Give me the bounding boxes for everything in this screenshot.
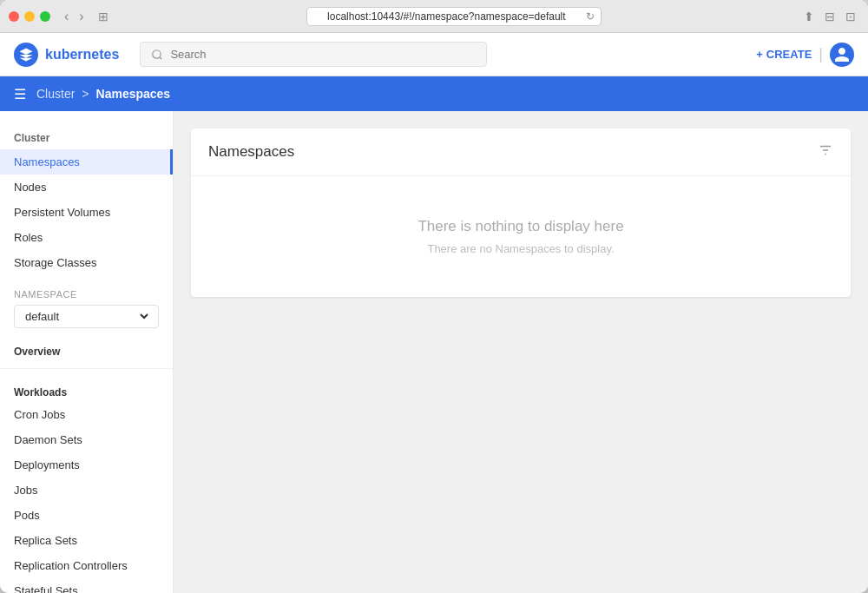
breadcrumb: Cluster > Namespaces [36,87,170,101]
main-layout: Cluster NamespacesNodesPersistent Volume… [0,111,868,593]
tab-overview-button[interactable]: ⊞ [98,10,108,23]
header-actions: + CREATE | [756,43,854,67]
browser-window: ‹ › ⊞ ↻ ⬆ ⊟ ⊡ kubernetes [0,0,868,593]
content-area: Namespaces There is nothing to display h… [174,111,868,593]
sidebar-item-daemon-sets[interactable]: Daemon Sets [0,427,173,452]
app-header: kubernetes + CREATE | [0,33,868,76]
tab-button[interactable]: ⊟ [821,10,838,23]
svg-point-0 [153,49,161,57]
app-logo: kubernetes [14,43,119,67]
create-label: CREATE [766,48,812,61]
traffic-lights [9,11,50,22]
refresh-icon[interactable]: ↻ [586,10,595,23]
filter-icon[interactable] [818,142,833,161]
sidebar-item-persistent-volumes[interactable]: Persistent Volumes [0,200,173,225]
create-button[interactable]: + CREATE [756,48,812,61]
namespace-section: Namespace default [0,275,173,335]
url-input[interactable] [306,7,602,26]
breadcrumb-separator-icon: > [82,87,89,101]
header-divider: | [819,45,823,63]
user-avatar[interactable] [830,43,854,67]
workloads-nav-items: Cron JobsDaemon SetsDeploymentsJobsPodsR… [0,402,173,593]
sidebar-item-deployments[interactable]: Deployments [0,452,173,478]
cluster-nav-items: NamespacesNodesPersistent VolumesRolesSt… [0,149,173,275]
sidebar-item-namespaces[interactable]: Namespaces [0,149,173,175]
sidebar-item-storage-classes[interactable]: Storage Classes [0,250,173,275]
sidebar-divider-1 [0,368,173,369]
plus-icon: + [756,48,763,61]
back-button[interactable]: ‹ [61,10,72,23]
breadcrumb-parent[interactable]: Cluster [36,87,75,101]
cluster-section-title: Cluster [0,125,173,149]
forward-button[interactable]: › [76,10,87,23]
search-input[interactable] [170,48,476,61]
address-bar-wrap: ↻ [306,7,602,26]
hamburger-icon[interactable]: ☰ [14,86,26,102]
sidebar-item-stateful-sets[interactable]: Stateful Sets [0,578,173,593]
search-bar[interactable] [140,42,487,67]
card-header: Namespaces [191,128,851,176]
nav-buttons: ‹ › [61,10,88,23]
sidebar-item-cron-jobs[interactable]: Cron Jobs [0,402,173,427]
sidebar-item-roles[interactable]: Roles [0,225,173,250]
nav-bar: ☰ Cluster > Namespaces [0,76,868,111]
empty-state-subtitle: There are no Namespaces to display. [208,242,833,255]
address-bar: ↻ [115,7,793,26]
browser-actions: ⬆ ⊟ ⊡ [800,10,859,23]
minimize-button[interactable] [24,11,35,22]
empty-state: There is nothing to display here There a… [191,176,851,297]
sidebar-item-nodes[interactable]: Nodes [0,175,173,200]
maximize-button[interactable] [40,11,50,22]
card-title: Namespaces [208,143,294,161]
workloads-section-title: Workloads [0,376,173,402]
namespace-selector[interactable]: default [14,305,159,328]
share-button[interactable]: ⬆ [800,10,818,23]
title-bar: ‹ › ⊞ ↻ ⬆ ⊟ ⊡ [0,0,868,33]
app-name: kubernetes [45,47,119,63]
overview-section-title[interactable]: Overview [0,335,173,361]
sidebar-item-replica-sets[interactable]: Replica Sets [0,528,173,553]
sidebar: Cluster NamespacesNodesPersistent Volume… [0,111,174,593]
kubernetes-icon [14,43,38,67]
user-icon [833,46,851,63]
breadcrumb-current: Namespaces [96,87,171,101]
close-button[interactable] [9,11,19,22]
namespace-dropdown[interactable]: default [22,309,151,324]
sidebar-item-jobs[interactable]: Jobs [0,478,173,503]
namespace-label: Namespace [14,289,159,300]
search-icon [151,49,163,61]
empty-state-title: There is nothing to display here [208,218,833,235]
namespaces-card: Namespaces There is nothing to display h… [191,128,851,297]
sidebar-item-pods[interactable]: Pods [0,503,173,528]
more-button[interactable]: ⊡ [842,10,859,23]
sidebar-item-replication-controllers[interactable]: Replication Controllers [0,553,173,578]
